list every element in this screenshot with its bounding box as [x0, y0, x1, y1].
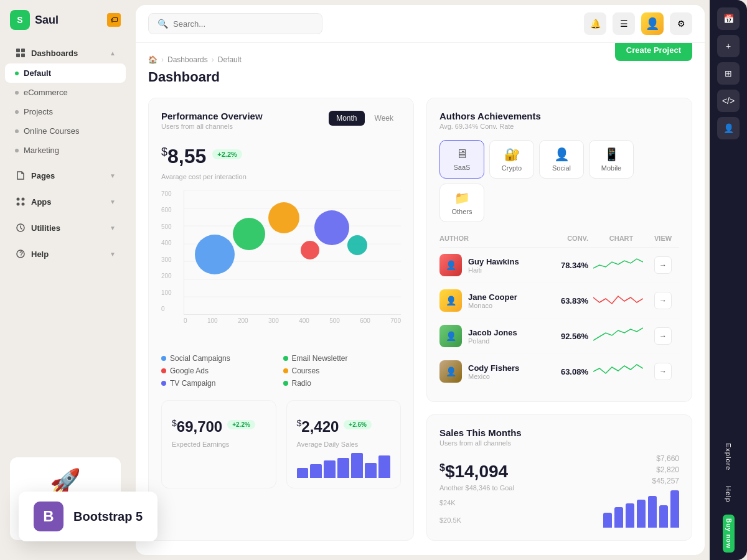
- th-chart: CHART: [593, 235, 649, 242]
- nav-section-pages: Pages ▼: [0, 162, 131, 189]
- author-4-conv: 63.08%: [538, 367, 588, 376]
- apps-icon: [15, 196, 26, 207]
- legend-google-ads: Google Ads: [161, 366, 280, 375]
- author-3-view-button[interactable]: →: [654, 327, 672, 345]
- sidebar-item-help[interactable]: ? Help ▼: [5, 243, 126, 264]
- help-label[interactable]: Help: [725, 481, 732, 508]
- legend-dot-courses: [283, 368, 288, 373]
- author-1-view-button[interactable]: →: [654, 256, 672, 274]
- bottom-stats: $69,700 +2.2% Expected Earnings $2,420 +…: [161, 400, 401, 488]
- bubble-chart-container: 700 600 500 400 300 200 100 0: [161, 190, 401, 339]
- rp-grid-button[interactable]: ⊞: [717, 62, 740, 85]
- nav-section-apps: Apps ▼: [0, 189, 131, 215]
- user-avatar[interactable]: 👤: [641, 12, 664, 35]
- search-input[interactable]: [173, 19, 313, 29]
- authors-card: Authors Achievements Avg. 69.34% Conv. R…: [426, 98, 692, 402]
- y-24k: $24K: [439, 499, 514, 506]
- author-1-conv: 78.34%: [538, 261, 588, 270]
- chevron-pages-icon: ▼: [110, 172, 116, 179]
- bar-5: [351, 453, 363, 478]
- legend-social-campaigns: Social Campaigns: [161, 354, 280, 363]
- sales-title: Sales This Months: [439, 427, 679, 438]
- y-600: 600: [161, 207, 172, 213]
- chevron-utilities-icon: ▼: [110, 225, 116, 231]
- x-0: 0: [184, 317, 187, 324]
- legend-tv-campaign: TV Campaign: [161, 379, 280, 388]
- create-project-button[interactable]: Create Project: [615, 43, 692, 61]
- rp-code-button[interactable]: </>: [717, 90, 740, 112]
- sidebar-item-utilities[interactable]: Utilities ▼: [5, 217, 126, 238]
- author-3-conv: 92.56%: [538, 332, 588, 341]
- legend-dot-email: [283, 356, 288, 361]
- buy-now-button[interactable]: Buy now: [723, 515, 735, 553]
- breadcrumb-current: Default: [218, 55, 242, 64]
- author-4-country: Mexico: [468, 373, 519, 380]
- tab-month[interactable]: Month: [329, 111, 364, 126]
- expected-badge: +2.2%: [227, 420, 255, 429]
- sales-content: $$14,094 Another $48,346 to Goal $24K $2…: [439, 454, 679, 528]
- nav-section-dashboards: Dashboards ▲ Default eCommerce Projects …: [0, 40, 131, 162]
- cat-tab-others[interactable]: 📁 Others: [439, 184, 484, 222]
- author-1-info: 👤 Guy Hawkins Haiti: [439, 254, 533, 276]
- breadcrumb-home-icon[interactable]: 🏠: [148, 55, 157, 64]
- app-name: Saul: [35, 14, 59, 27]
- sidebar-item-dashboards[interactable]: Dashboards ▲: [5, 42, 126, 63]
- chart-legend: Social Campaigns Email Newsletter Google…: [161, 354, 401, 388]
- author-4-view-button[interactable]: →: [654, 363, 672, 380]
- notifications-button[interactable]: 🔔: [584, 12, 606, 35]
- sidebar-item-ecommerce[interactable]: eCommerce: [5, 83, 126, 102]
- cat-tab-social[interactable]: 👤 Social: [539, 140, 584, 179]
- rp-calendar-button[interactable]: 📅: [717, 7, 740, 30]
- bootstrap-text: Bootstrap 5: [73, 510, 143, 524]
- author-4-info: 👤 Cody Fishers Mexico: [439, 360, 533, 383]
- rp-add-button[interactable]: +: [717, 35, 740, 57]
- search-icon: 🔍: [157, 19, 168, 29]
- main-content: 🔍 🔔 ☰ 👤 ⚙ 🏠 › Dashboards › Default Creat…: [136, 5, 705, 555]
- sidebar-item-default[interactable]: Default: [5, 63, 126, 83]
- bar-3: [324, 460, 336, 478]
- x-600: 600: [360, 317, 370, 324]
- author-2-country: Monaco: [468, 302, 517, 309]
- daily-value: $2,420: [297, 418, 339, 436]
- sales-card: Sales This Months Users from all channel…: [426, 414, 692, 541]
- author-3-country: Poland: [468, 337, 517, 345]
- sidebar-item-projects[interactable]: Projects: [5, 102, 126, 121]
- breadcrumb-sep-1: ›: [161, 55, 164, 64]
- sales-subtitle: Users from all channels: [439, 439, 679, 447]
- daily-label: Average Daily Sales: [297, 441, 391, 448]
- daily-bar-chart: [297, 453, 391, 478]
- tab-week[interactable]: Week: [367, 111, 401, 126]
- explore-label[interactable]: Explore: [725, 438, 732, 475]
- rp-user-button[interactable]: 👤: [717, 117, 740, 139]
- bubble-1: [195, 235, 235, 274]
- bar-4: [337, 458, 349, 478]
- sidebar: S Saul 🏷 Dashboards ▲ Default eCommerce …: [0, 0, 131, 560]
- amount-1: $7,660: [603, 454, 679, 463]
- right-column: Authors Achievements Avg. 69.34% Conv. R…: [426, 98, 692, 541]
- sbar-6: [659, 505, 668, 528]
- sidebar-item-online-courses[interactable]: Online Courses: [5, 121, 126, 141]
- daily-badge: +2.6%: [344, 420, 372, 429]
- th-conv: CONV.: [538, 235, 588, 242]
- author-1-details: Guy Hawkins Haiti: [468, 257, 519, 274]
- category-tabs: 🖥 SaaS 🔐 Crypto 👤 Social 📱: [439, 140, 679, 222]
- author-1-avatar: 👤: [439, 254, 462, 276]
- performance-card: Performance Overview Users from all chan…: [148, 98, 414, 541]
- settings-button[interactable]: ⚙: [670, 12, 692, 35]
- cat-tab-crypto[interactable]: 🔐 Crypto: [489, 140, 534, 179]
- authors-subtitle: Avg. 69.34% Conv. Rate: [439, 123, 541, 130]
- author-2-view-button[interactable]: →: [654, 292, 672, 309]
- sidebar-item-pages[interactable]: Pages ▼: [5, 165, 126, 186]
- legend-dot-google: [161, 368, 166, 373]
- perf-header: Performance Overview Users from all chan…: [161, 111, 401, 130]
- breadcrumb-dashboards[interactable]: Dashboards: [167, 55, 208, 64]
- sidebar-item-marketing[interactable]: Marketing: [5, 141, 126, 160]
- bar-6: [365, 463, 377, 478]
- menu-button[interactable]: ☰: [613, 12, 635, 35]
- sidebar-item-apps[interactable]: Apps ▼: [5, 191, 126, 212]
- legend-courses: Courses: [283, 366, 402, 375]
- y-205k: $20.5K: [439, 516, 514, 524]
- cat-tab-saas[interactable]: 🖥 SaaS: [439, 140, 484, 179]
- search-box[interactable]: 🔍: [148, 13, 322, 34]
- cat-tab-mobile[interactable]: 📱 Mobile: [589, 140, 634, 179]
